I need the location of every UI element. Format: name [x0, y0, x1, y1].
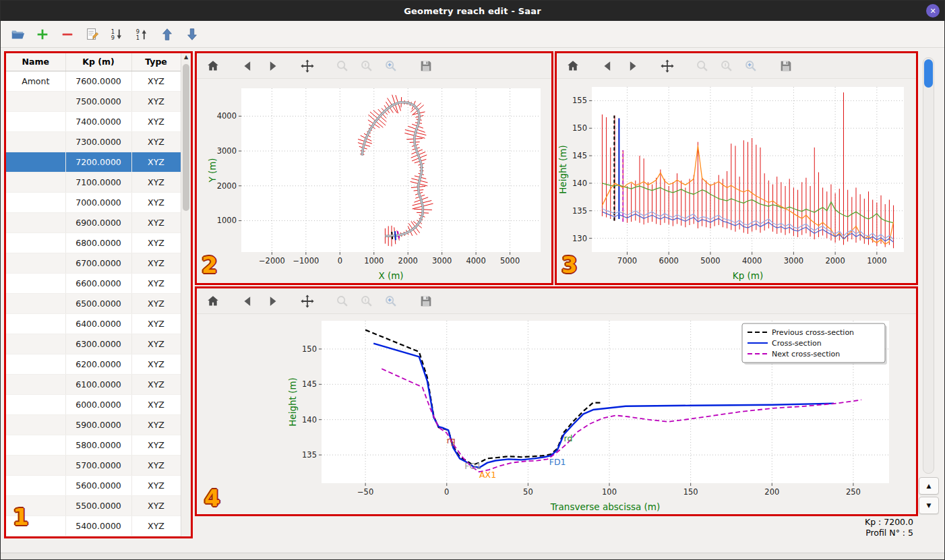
- svg-text:135: 135: [572, 206, 587, 216]
- back-icon[interactable]: [240, 58, 256, 74]
- cross-sections-table: Name Kp (m) Type Amont7600.0000XYZ7500.0…: [6, 53, 181, 536]
- svg-text:9: 9: [111, 34, 115, 41]
- svg-text:100: 100: [602, 487, 617, 497]
- table-row[interactable]: 5900.0000XYZ: [6, 414, 181, 435]
- window-scrollbar-thumb[interactable]: [924, 59, 933, 88]
- panel-label-4: 4: [204, 485, 220, 511]
- table-row[interactable]: 5400.0000XYZ: [6, 516, 181, 536]
- svg-text:−50: −50: [357, 487, 373, 497]
- svg-text:Cross-section: Cross-section: [772, 339, 822, 348]
- delete-cross-section-icon[interactable]: [59, 26, 76, 43]
- down-triangle-icon: ▼: [927, 502, 932, 509]
- forward-icon[interactable]: [264, 58, 280, 74]
- plan-view-panel: −2000−1000010002000300040005000100020003…: [195, 51, 553, 285]
- pan-icon[interactable]: [299, 293, 315, 309]
- home-icon[interactable]: [565, 58, 581, 74]
- table-row[interactable]: 5600.0000XYZ: [6, 475, 181, 495]
- zoom-select-icon[interactable]: [359, 293, 375, 309]
- svg-text:0: 0: [338, 256, 342, 266]
- pan-icon[interactable]: [299, 58, 315, 74]
- table-wrap: Name Kp (m) Type Amont7600.0000XYZ7500.0…: [6, 53, 181, 536]
- add-cross-section-icon[interactable]: [34, 26, 51, 43]
- table-row[interactable]: 7100.0000XYZ: [6, 172, 181, 192]
- table-row[interactable]: 6100.0000XYZ: [6, 374, 181, 394]
- table-row[interactable]: 6200.0000XYZ: [6, 354, 181, 374]
- zoom-icon[interactable]: [334, 293, 350, 309]
- table-body: Amont7600.0000XYZ7500.0000XYZ7400.0000XY…: [6, 71, 181, 536]
- cross-plot[interactable]: −50050100150200250135140145150Transverse…: [197, 314, 916, 514]
- table-row[interactable]: 7400.0000XYZ: [6, 111, 181, 131]
- zoom-select-icon[interactable]: [359, 58, 375, 74]
- svg-text:X (m): X (m): [378, 270, 403, 281]
- svg-text:FD1: FD1: [549, 457, 566, 467]
- table-row[interactable]: 7500.0000XYZ: [6, 91, 181, 111]
- svg-text:150: 150: [302, 344, 317, 354]
- table-row[interactable]: 6700.0000XYZ: [6, 253, 181, 273]
- scroll-up-icon[interactable]: ▲: [181, 54, 191, 60]
- svg-text:140: 140: [572, 179, 587, 188]
- svg-text:Height (m): Height (m): [557, 145, 568, 194]
- close-button[interactable]: ✕: [926, 4, 940, 18]
- col-header-type[interactable]: Type: [131, 53, 181, 71]
- svg-text:1000: 1000: [364, 256, 384, 266]
- svg-text:140: 140: [302, 415, 317, 425]
- sort-descending-icon[interactable]: 19: [109, 26, 126, 43]
- table-row[interactable]: 6400.0000XYZ: [6, 313, 181, 334]
- table-row[interactable]: 6600.0000XYZ: [6, 273, 181, 293]
- move-up-icon[interactable]: [158, 26, 176, 43]
- home-icon[interactable]: [205, 58, 221, 74]
- zoom-fit-icon[interactable]: [743, 58, 759, 74]
- back-icon[interactable]: [600, 58, 616, 74]
- open-file-icon[interactable]: [9, 26, 26, 43]
- save-figure-icon[interactable]: [778, 58, 794, 74]
- table-row[interactable]: 5700.0000XYZ: [6, 455, 181, 475]
- move-down-icon[interactable]: [183, 26, 201, 43]
- profile-up-button[interactable]: ▲: [919, 477, 939, 495]
- sort-ascending-icon[interactable]: 91: [133, 26, 151, 43]
- svg-text:200: 200: [764, 487, 779, 497]
- table-row[interactable]: 6800.0000XYZ: [6, 232, 181, 253]
- table-scrollbar-thumb[interactable]: [183, 64, 189, 211]
- forward-icon[interactable]: [624, 58, 640, 74]
- table-row[interactable]: 6500.0000XYZ: [6, 293, 181, 313]
- svg-text:5000: 5000: [500, 256, 520, 266]
- zoom-fit-icon[interactable]: [383, 293, 399, 309]
- status-kp: Kp : 7200.0: [865, 517, 913, 528]
- save-figure-icon[interactable]: [418, 58, 434, 74]
- profile-down-button[interactable]: ▼: [919, 497, 939, 514]
- col-header-kp[interactable]: Kp (m): [65, 53, 131, 71]
- plan-plot[interactable]: −2000−1000010002000300040005000100020003…: [197, 79, 551, 283]
- svg-text:1000: 1000: [217, 216, 237, 225]
- window-scrollbar[interactable]: [923, 57, 934, 474]
- profile-plot[interactable]: 7000600050004000300020001000130135140145…: [557, 79, 916, 283]
- table-row[interactable]: 5800.0000XYZ: [6, 435, 181, 455]
- svg-text:4000: 4000: [217, 111, 237, 121]
- table-row[interactable]: 7000.0000XYZ: [6, 192, 181, 212]
- pan-icon[interactable]: [659, 58, 675, 74]
- svg-text:Height (m): Height (m): [287, 377, 298, 427]
- zoom-icon[interactable]: [694, 58, 710, 74]
- table-row[interactable]: Amont7600.0000XYZ: [6, 71, 181, 91]
- cross-section-panel: −50050100150200250135140145150Transverse…: [195, 286, 918, 516]
- table-row[interactable]: 7200.0000XYZ: [6, 152, 181, 172]
- svg-text:130: 130: [572, 234, 587, 243]
- zoom-icon[interactable]: [334, 58, 350, 74]
- back-icon[interactable]: [240, 293, 256, 309]
- home-icon[interactable]: [205, 293, 221, 309]
- zoom-fit-icon[interactable]: [383, 58, 399, 74]
- svg-text:2000: 2000: [825, 256, 845, 266]
- forward-icon[interactable]: [264, 293, 280, 309]
- edit-cross-section-icon[interactable]: [84, 26, 101, 43]
- table-row[interactable]: 7300.0000XYZ: [6, 131, 181, 152]
- table-scrollbar[interactable]: ▲: [181, 53, 191, 536]
- table-row[interactable]: 5500.0000XYZ: [6, 495, 181, 516]
- svg-text:Next cross-section: Next cross-section: [772, 350, 840, 359]
- svg-text:155: 155: [572, 96, 587, 105]
- table-row[interactable]: 6000.0000XYZ: [6, 394, 181, 414]
- save-figure-icon[interactable]: [418, 293, 434, 309]
- col-header-name[interactable]: Name: [6, 53, 65, 71]
- zoom-select-icon[interactable]: [719, 58, 735, 74]
- main-toolbar: 1991: [1, 21, 944, 48]
- table-row[interactable]: 6300.0000XYZ: [6, 334, 181, 354]
- table-row[interactable]: 6900.0000XYZ: [6, 212, 181, 232]
